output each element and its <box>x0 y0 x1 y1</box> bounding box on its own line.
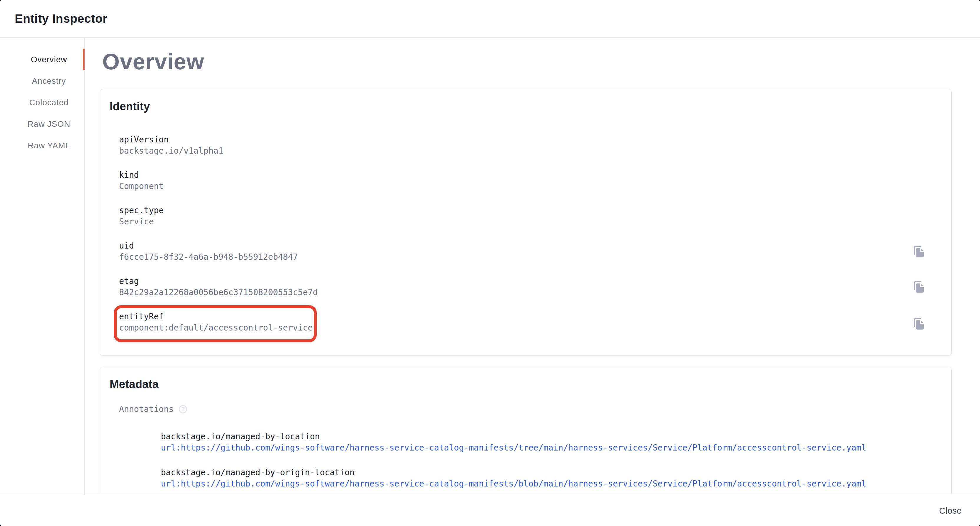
copy-icon <box>913 317 926 330</box>
tab-overview[interactable]: Overview <box>0 49 84 70</box>
copy-entityref-button[interactable] <box>913 317 926 330</box>
page-title: Overview <box>102 49 952 74</box>
field-label: entityRef <box>119 311 313 322</box>
field-value: backstage.io/v1alpha1 <box>119 145 942 156</box>
annotations-label: Annotations <box>119 404 173 414</box>
field-label: spec.type <box>119 205 942 216</box>
modal-footer: Close <box>0 495 980 526</box>
copy-icon <box>913 281 926 293</box>
tab-panel-overview: Overview Identity apiVersion backstage.i… <box>84 38 980 495</box>
annotation-key: backstage.io/managed-by-origin-location <box>161 467 942 478</box>
annotation-link[interactable]: url:https://github.com/wings-software/ha… <box>161 442 942 453</box>
field-apiversion: apiVersion backstage.io/v1alpha1 <box>119 134 942 156</box>
field-kind: kind Component <box>119 169 942 192</box>
annotation-entry: backstage.io/managed-by-origin-location … <box>161 467 942 489</box>
copy-etag-button[interactable] <box>913 281 926 293</box>
field-label: uid <box>119 240 298 252</box>
field-uid: uid f6cce175-8f32-4a6a-b948-b55912eb4847 <box>119 240 942 263</box>
tab-label: Overview <box>31 55 67 64</box>
tab-raw-yaml[interactable]: Raw YAML <box>0 135 84 156</box>
tab-label: Raw YAML <box>28 141 70 150</box>
field-label: kind <box>119 169 942 181</box>
modal-title: Entity Inspector <box>15 12 108 26</box>
field-value: component:default/accesscontrol-service <box>119 322 313 333</box>
tab-label: Ancestry <box>32 77 66 86</box>
entityref-highlight-box: entityRef component:default/accesscontro… <box>114 305 317 342</box>
field-value: 842c29a2a12268a0056be6c371508200553c5e7d <box>119 287 318 298</box>
tab-raw-json[interactable]: Raw JSON <box>0 113 84 135</box>
identity-fields: apiVersion backstage.io/v1alpha1 kind Co… <box>119 134 942 342</box>
modal-body: Overview Ancestry Colocated Raw JSON Raw… <box>0 38 980 495</box>
field-entityref: entityRef component:default/accesscontro… <box>119 305 942 342</box>
annotations-header: Annotations ? <box>119 404 942 414</box>
field-value: f6cce175-8f32-4a6a-b948-b55912eb4847 <box>119 252 298 263</box>
modal-header: Entity Inspector <box>0 0 980 38</box>
tab-label: Raw JSON <box>28 120 70 129</box>
tab-label: Colocated <box>29 98 68 107</box>
field-label: etag <box>119 276 318 287</box>
identity-card: Identity apiVersion backstage.io/v1alpha… <box>100 89 952 355</box>
field-label: apiVersion <box>119 134 942 145</box>
annotation-entry: backstage.io/managed-by-location url:htt… <box>161 431 942 453</box>
close-button[interactable]: Close <box>932 502 968 520</box>
field-value: Service <box>119 216 942 227</box>
sidebar-tabs: Overview Ancestry Colocated Raw JSON Raw… <box>0 38 84 495</box>
copy-uid-button[interactable] <box>913 245 926 258</box>
help-icon[interactable]: ? <box>179 405 187 413</box>
metadata-card: Metadata Annotations ? backstage.io/mana… <box>100 367 952 495</box>
field-spec-type: spec.type Service <box>119 205 942 227</box>
tab-colocated[interactable]: Colocated <box>0 92 84 113</box>
entity-inspector-modal: Entity Inspector Overview Ancestry Coloc… <box>0 0 980 526</box>
copy-icon <box>913 245 926 258</box>
annotation-link[interactable]: url:https://github.com/wings-software/ha… <box>161 478 942 489</box>
tab-ancestry[interactable]: Ancestry <box>0 70 84 92</box>
identity-card-title: Identity <box>110 99 942 113</box>
active-tab-indicator <box>83 49 84 70</box>
annotations-list: backstage.io/managed-by-location url:htt… <box>161 431 942 489</box>
metadata-card-title: Metadata <box>110 377 942 391</box>
annotation-key: backstage.io/managed-by-location <box>161 431 942 442</box>
field-value: Component <box>119 181 942 192</box>
field-etag: etag 842c29a2a12268a0056be6c371508200553… <box>119 276 942 298</box>
